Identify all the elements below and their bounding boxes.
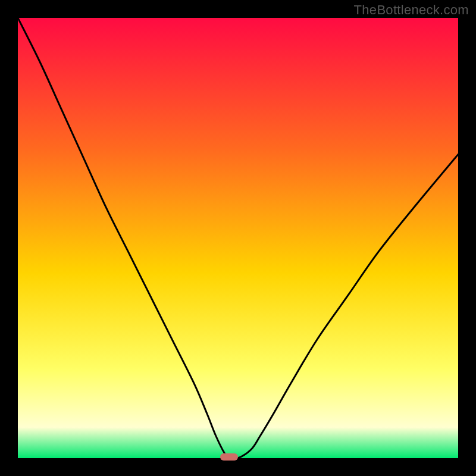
plot-area xyxy=(18,18,458,458)
watermark-text: TheBottleneck.com xyxy=(354,2,469,18)
gradient-background xyxy=(18,18,458,458)
chart-frame: TheBottleneck.com xyxy=(0,0,476,476)
bottleneck-chart xyxy=(18,18,458,458)
optimal-point-marker xyxy=(220,453,238,461)
